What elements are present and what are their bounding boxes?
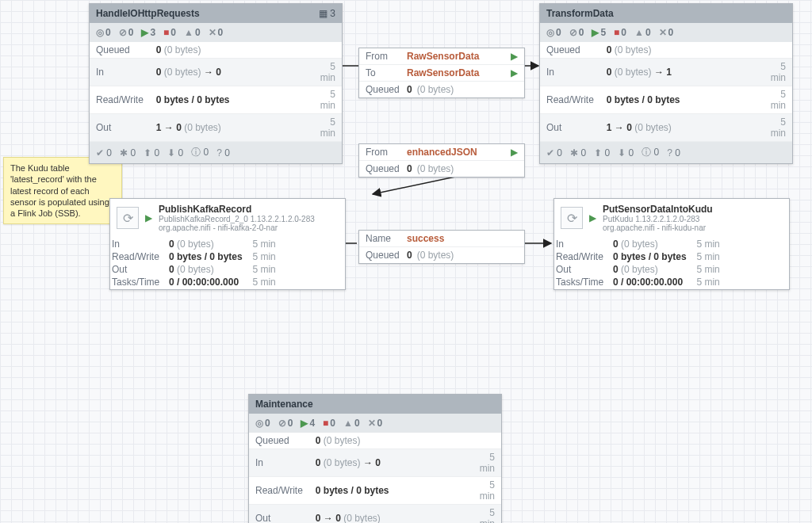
pg-title: Maintenance <box>255 399 313 410</box>
disabled-icon <box>96 27 104 38</box>
down-icon <box>167 147 175 158</box>
pg-badge: 3 <box>330 8 335 19</box>
queued-value: 0 <box>407 163 412 174</box>
processor-publishkafkarecord[interactable]: PublishKafkaRecord PublishKafkaRecord_2_… <box>109 198 346 290</box>
play-icon <box>301 418 308 429</box>
processor-icon <box>561 207 583 229</box>
invalid-icon <box>278 418 286 429</box>
from-label: From <box>366 147 402 158</box>
play-icon <box>589 212 596 223</box>
to-label: To <box>366 67 402 78</box>
warn-icon <box>184 27 193 38</box>
tool-icon <box>368 418 376 429</box>
info-icon <box>642 146 651 159</box>
row-out: Out1 → 0 (0 bytes)5 min <box>90 114 342 142</box>
to-value: RawSensorData <box>407 67 506 78</box>
row-rw: Read/Write0 bytes / 0 bytes5 min <box>90 86 342 114</box>
processor-putkudu[interactable]: PutSensorDataIntoKudu PutKudu 1.13.2.2.1… <box>553 198 790 290</box>
invalid-icon <box>119 27 127 38</box>
queued-value: 0 <box>407 250 412 261</box>
star-icon <box>120 147 128 158</box>
row-rw: Read/Write0 bytes / 0 bytes5 min <box>540 86 792 114</box>
processor-name: PublishKafkaRecord <box>159 204 315 215</box>
connection-success[interactable]: Name success Queued 0 (0 bytes) <box>358 230 525 264</box>
check-icon <box>96 147 104 158</box>
from-value: RawSensorData <box>407 51 506 62</box>
play-icon <box>511 147 518 158</box>
queued-label: Queued <box>366 250 402 261</box>
name-label: Name <box>366 233 402 244</box>
play-icon <box>141 27 148 38</box>
queued-bytes: (0 bytes) <box>417 250 454 261</box>
connection-enhancedjson[interactable]: From enhancedJSON Queued 0 (0 bytes) <box>358 143 525 178</box>
queued-label: Queued <box>366 163 402 174</box>
check-icon <box>546 147 554 158</box>
queued-label: Queued <box>366 84 402 95</box>
row-queued: Queued0 (0 bytes) <box>90 42 342 59</box>
process-group-transform[interactable]: TransformData 0 0 5 0 0 0 Queued0 (0 byt… <box>539 3 793 164</box>
stop-icon <box>323 418 328 429</box>
row-in: In0 (0 bytes) → 05 min <box>90 59 342 86</box>
queued-bytes: (0 bytes) <box>417 163 454 174</box>
play-icon <box>145 212 152 223</box>
warn-icon <box>634 27 644 38</box>
stop-icon <box>614 27 619 38</box>
stop-icon <box>163 27 169 38</box>
play-icon <box>592 27 599 38</box>
tool-icon <box>659 27 667 38</box>
process-group-maintenance[interactable]: Maintenance 0 0 4 0 0 0 Queued0 (0 bytes… <box>248 394 502 523</box>
sticky-text: The Kudu table 'latest_record' with the … <box>10 163 109 218</box>
processor-type: PublishKafkaRecord_2_0 1.13.2.2.1.2.0-28… <box>159 215 315 223</box>
up-icon <box>144 147 151 158</box>
processor-type: PutKudu 1.13.2.2.1.2.0-283 <box>603 215 713 223</box>
queued-bytes: (0 bytes) <box>417 84 454 95</box>
processor-bundle: org.apache.nifi - nifi-kafka-2-0-nar <box>159 223 315 232</box>
play-icon <box>511 51 518 62</box>
play-icon <box>511 67 518 78</box>
queued-value: 0 <box>407 84 412 95</box>
row-in: In0 (0 bytes) → 15 min <box>540 59 792 86</box>
pg-title: TransformData <box>546 8 614 19</box>
question-icon <box>667 147 672 158</box>
disabled-icon <box>546 27 554 38</box>
processor-name: PutSensorDataIntoKudu <box>603 204 713 215</box>
info-icon <box>191 146 201 159</box>
row-out: Out1 → 0 (0 bytes)5 min <box>540 114 792 142</box>
invalid-icon <box>569 27 577 38</box>
from-value: enhancedJSON <box>407 147 506 158</box>
name-value: success <box>407 233 518 244</box>
processor-icon <box>117 207 139 229</box>
sticky-note: The Kudu table 'latest_record' with the … <box>3 157 122 224</box>
pg-title: HandleIOHttpRequests <box>96 8 200 19</box>
star-icon <box>570 147 578 158</box>
connection-rawsensordata[interactable]: From RawSensorData To RawSensorData Queu… <box>358 48 525 98</box>
up-icon <box>594 147 602 158</box>
from-label: From <box>366 51 402 62</box>
down-icon <box>618 147 626 158</box>
row-queued: Queued0 (0 bytes) <box>540 42 792 59</box>
warn-icon <box>343 418 353 429</box>
tool-icon <box>209 27 216 38</box>
processor-bundle: org.apache.nifi - nifi-kudu-nar <box>603 223 713 232</box>
process-group-handle[interactable]: HandleIOHttpRequests 3 0 0 3 0 0 0 Queue… <box>89 3 343 164</box>
disabled-icon <box>255 418 263 429</box>
question-icon <box>216 147 222 158</box>
grid-icon <box>319 8 327 19</box>
